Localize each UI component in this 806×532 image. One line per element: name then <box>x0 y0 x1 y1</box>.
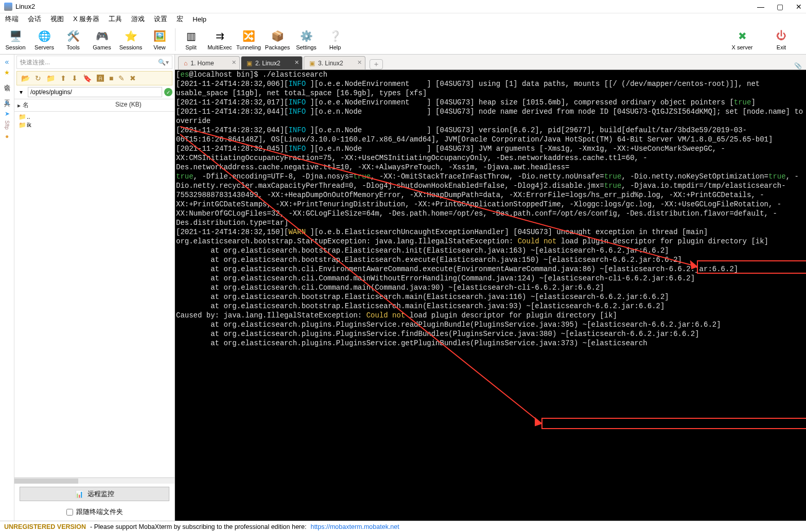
remote-monitor-label: 远程监控 <box>87 489 114 499</box>
highlight-box-2 <box>541 418 806 429</box>
folder-icon: 📁 <box>17 113 27 120</box>
rail-tool-icon[interactable]: 🛠 <box>4 84 10 92</box>
menu-help[interactable]: Help <box>192 15 206 23</box>
menu-xserver[interactable]: X 服务器 <box>73 14 99 24</box>
svg-marker-1 <box>691 261 697 269</box>
quick-connect-search-icon[interactable]: 🔍▾ <box>158 59 169 66</box>
tb-tools[interactable]: 🛠️Tools <box>59 25 87 54</box>
multiexec-icon: ⇉ <box>213 29 227 43</box>
col-size[interactable]: Size (KB) <box>112 99 174 111</box>
menu-tools[interactable]: 工具 <box>109 14 122 24</box>
tb-packages[interactable]: 📦Packages <box>263 25 292 54</box>
path-input[interactable] <box>28 87 162 97</box>
sftp-tb-icon-8[interactable]: ✎ <box>118 74 125 82</box>
path-dropdown-icon[interactable]: ▾ <box>16 88 26 96</box>
collapse-rail-icon[interactable]: « <box>5 58 9 66</box>
menu-view[interactable]: 视图 <box>50 14 64 24</box>
tab-label: 3. Linux2 <box>318 60 343 67</box>
tb-exit[interactable]: ⏻Exit <box>767 25 796 54</box>
tb-servers[interactable]: 🌐Servers <box>30 25 59 54</box>
tab-label: 2. Linux2 <box>255 60 281 67</box>
tb-games[interactable]: 🎮Games <box>87 25 116 54</box>
sftp-tb-icon-1[interactable]: ↻ <box>35 74 41 82</box>
sftp-tb-icon-9[interactable]: ✖ <box>130 74 136 82</box>
split-icon: ▥ <box>184 29 198 43</box>
tb-multiexec[interactable]: ⇉MultiExec <box>205 25 234 54</box>
sftp-tb-icon-6[interactable]: 🅰 <box>97 74 104 82</box>
tools-icon: 🛠️ <box>66 29 80 43</box>
svg-line-0 <box>180 127 697 267</box>
sftp-tb-icon-7[interactable]: ■ <box>109 74 113 82</box>
x-server-icon: ✖ <box>735 29 749 43</box>
toolbar: 🖥️Session🌐Servers🛠️Tools🎮Games⭐Sessions🖼… <box>0 25 806 55</box>
remote-monitor-button[interactable]: 📊 远程监控 <box>20 487 169 501</box>
highlight-box-1 <box>697 260 806 274</box>
help-icon: ❔ <box>328 29 342 43</box>
tb-sessions[interactable]: ⭐Sessions <box>116 25 145 54</box>
rail-sftp-label[interactable]: Sftp <box>4 120 10 130</box>
pin-icon[interactable]: 📎 <box>790 62 806 69</box>
tb-help[interactable]: ❔Help <box>321 25 349 54</box>
file-name: .. <box>27 113 30 120</box>
path-ok-icon: ✓ <box>164 88 172 96</box>
settings-icon: ⚙️ <box>299 29 313 43</box>
file-row[interactable]: 📁.. <box>14 113 174 121</box>
app-logo-icon <box>4 3 12 11</box>
home-icon: ⌂ <box>184 60 187 67</box>
maximize-button[interactable]: ▢ <box>777 3 783 11</box>
sftp-tb-icon-2[interactable]: 📁 <box>46 74 55 82</box>
rail-send-icon[interactable]: ➤ <box>5 110 10 117</box>
col-expand-icon[interactable]: ▸ <box>17 102 21 109</box>
tab-close-icon[interactable]: ✕ <box>294 59 299 66</box>
quick-connect-input[interactable]: 快速连接... 🔍▾ <box>16 56 172 69</box>
menu-terminal[interactable]: 终端 <box>5 14 19 24</box>
tab-2-linux2[interactable]: ▣2. Linux2✕ <box>241 56 303 69</box>
terminal[interactable]: [es@localhost bin]$ ./elasticsearch [202… <box>175 70 806 521</box>
tb-settings[interactable]: ⚙️Settings <box>292 25 321 54</box>
sftp-tb-icon-3[interactable]: ⬆ <box>60 74 66 82</box>
status-unregistered: UNREGISTERED VERSION <box>4 523 86 530</box>
games-icon: 🎮 <box>95 29 109 43</box>
statusbar: UNREGISTERED VERSION - Please support Mo… <box>0 521 806 532</box>
tb-tunneling[interactable]: 🔀Tunneling <box>234 25 263 54</box>
rail-pencil-icon[interactable]: ✎ <box>5 100 10 107</box>
col-name[interactable]: 名 <box>23 101 29 110</box>
sftp-tb-icon-0[interactable]: 📂 <box>21 74 30 82</box>
left-rail: « ★ 会话 🛠 工具 ✎ ➤ Sftp ● <box>0 55 14 521</box>
servers-icon: 🌐 <box>37 29 51 43</box>
menu-session[interactable]: 会话 <box>28 14 41 24</box>
tab-strip: ⌂1. Home✕▣2. Linux2✕▣3. Linux2✕＋ 📎 <box>175 55 806 70</box>
sftp-tb-icon-5[interactable]: 🔖 <box>83 74 92 82</box>
window-title: Linux2 <box>15 3 757 10</box>
minimize-button[interactable]: ― <box>757 3 764 11</box>
rail-sessions-label[interactable]: 会话 <box>3 79 11 81</box>
tab-1-home[interactable]: ⌂1. Home✕ <box>178 56 240 69</box>
sftp-panel: 快速连接... 🔍▾ 📂↻📁⬆⬇🔖🅰■✎✖ ▾ ✓ ▸名 Size (KB) 📁… <box>14 55 175 521</box>
menu-games[interactable]: 游戏 <box>131 14 145 24</box>
tb-view[interactable]: 🖼️View <box>145 25 174 54</box>
new-tab-button[interactable]: ＋ <box>370 59 383 69</box>
file-name: ik <box>27 121 31 129</box>
rail-star-icon[interactable]: ★ <box>4 69 10 76</box>
tab-3-linux2[interactable]: ▣3. Linux2✕ <box>304 56 365 69</box>
folder-icon: 📁 <box>17 121 27 129</box>
tb-session[interactable]: 🖥️Session <box>1 25 30 54</box>
rail-tools-label[interactable]: 工具 <box>3 95 11 97</box>
file-list[interactable]: 📁..📁ik <box>14 112 174 477</box>
status-link[interactable]: https://mobaxterm.mobatek.net <box>310 523 399 530</box>
sftp-tb-icon-4[interactable]: ⬇ <box>72 74 78 82</box>
menu-settings[interactable]: 设置 <box>154 14 167 24</box>
tab-close-icon[interactable]: ✕ <box>357 59 362 66</box>
tab-close-icon[interactable]: ✕ <box>232 59 236 66</box>
tb-split[interactable]: ▥Split <box>177 25 205 54</box>
tb-x-server[interactable]: ✖X server <box>728 25 757 54</box>
file-list-scrollbar[interactable] <box>14 477 174 484</box>
file-row[interactable]: 📁ik <box>14 121 174 129</box>
terminal-icon: ▣ <box>247 60 252 67</box>
rail-dot-icon: ● <box>5 133 9 140</box>
follow-terminal-checkbox[interactable] <box>66 509 73 516</box>
monitor-icon: 📊 <box>75 490 83 498</box>
close-button[interactable]: ✕ <box>796 3 802 11</box>
menu-macro[interactable]: 宏 <box>177 14 183 24</box>
annotation-arrows <box>175 70 806 521</box>
